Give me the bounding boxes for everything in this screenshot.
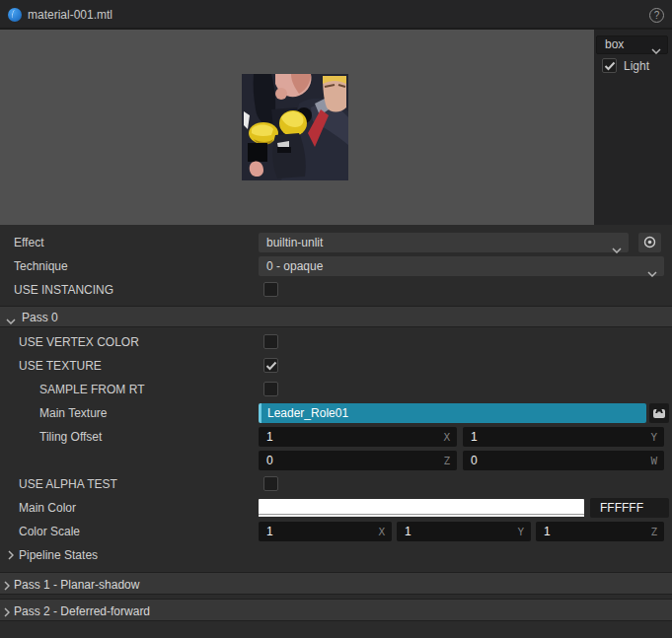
tiling-offset-x-input[interactable]: 1 X xyxy=(259,427,457,447)
pass1-header[interactable]: Pass 1 - Planar-shadow xyxy=(0,572,672,595)
color-scale-y-input[interactable]: 1 Y xyxy=(397,522,531,541)
use-vertex-color-label: USE VERTEX COLOR xyxy=(19,335,139,349)
material-inspector-panel: material-001.mtl ? xyxy=(0,0,672,638)
row-effect: Effect builtin-unlit xyxy=(0,231,672,254)
pass2-label: Pass 2 - Deferred-forward xyxy=(14,604,150,618)
preview-shape-value: box xyxy=(605,37,624,51)
technique-label: Technique xyxy=(14,259,68,273)
texture-preview-image xyxy=(242,74,348,180)
tiling-offset-label: Tiling Offset xyxy=(39,430,102,444)
use-instancing-label: USE INSTANCING xyxy=(14,283,113,297)
axis-w-label: W xyxy=(650,455,657,467)
tiling-offset-z-value: 0 xyxy=(266,454,273,467)
use-alpha-test-label: USE ALPHA TEST xyxy=(19,477,117,491)
row-tiling-offset-xy: Tiling Offset 1 X 1 Y xyxy=(0,425,672,449)
sample-from-rt-checkbox[interactable] xyxy=(263,382,278,396)
pass2-header[interactable]: Pass 2 - Deferred-forward xyxy=(0,599,672,621)
row-main-color: Main Color FFFFFF xyxy=(0,496,672,520)
pass1-label: Pass 1 - Planar-shadow xyxy=(14,578,139,592)
row-use-alpha-test: USE ALPHA TEST xyxy=(0,472,672,496)
row-technique: Technique 0 - opaque xyxy=(0,254,672,278)
pass0-header[interactable]: Pass 0 xyxy=(0,306,672,327)
asset-lock-button[interactable] xyxy=(649,403,669,423)
row-sample-from-rt: SAMPLE FROM RT xyxy=(0,378,672,401)
help-icon[interactable]: ? xyxy=(649,8,664,23)
use-instancing-checkbox[interactable] xyxy=(263,282,278,297)
row-use-texture: USE TEXTURE xyxy=(0,354,672,378)
axis-z-label: Z xyxy=(650,526,657,538)
asset-lock-icon xyxy=(652,406,666,420)
chevron-right-icon xyxy=(8,549,14,563)
main-color-swatch[interactable] xyxy=(259,499,584,517)
use-alpha-test-checkbox[interactable] xyxy=(263,476,278,491)
use-texture-label: USE TEXTURE xyxy=(19,359,102,373)
pass0-label: Pass 0 xyxy=(22,311,58,324)
axis-x-label: X xyxy=(443,431,450,444)
effect-value: builtin-unlit xyxy=(266,236,323,249)
use-texture-checkbox[interactable] xyxy=(263,358,278,373)
chevron-right-icon xyxy=(4,606,10,620)
tiling-offset-z-input[interactable]: 0 Z xyxy=(259,451,457,470)
check-icon xyxy=(604,61,616,71)
locate-effect-button[interactable] xyxy=(638,233,661,252)
chevron-right-icon xyxy=(4,580,10,594)
axis-x-label: X xyxy=(378,526,385,538)
pipeline-states-label: Pipeline States xyxy=(19,548,98,562)
row-pipeline-states[interactable]: Pipeline States xyxy=(0,543,672,567)
material-asset-icon xyxy=(8,8,22,22)
preview-section: box Light xyxy=(0,30,672,225)
window-title: material-001.mtl xyxy=(28,8,112,22)
alpha-strip xyxy=(259,514,584,517)
effect-dropdown[interactable]: builtin-unlit xyxy=(259,233,629,252)
tiling-offset-w-input[interactable]: 0 W xyxy=(463,451,664,470)
axis-z-label: Z xyxy=(443,455,450,467)
color-scale-z-value: 1 xyxy=(544,525,551,538)
color-scale-x-value: 1 xyxy=(266,525,273,538)
chevron-down-icon xyxy=(6,314,16,327)
technique-dropdown[interactable]: 0 - opaque xyxy=(259,256,664,276)
main-texture-asset-field[interactable]: Leader_Role01 xyxy=(259,403,646,423)
row-color-scale: Color Scale 1 X 1 Y 1 Z xyxy=(0,520,672,543)
main-texture-label: Main Texture xyxy=(39,406,107,420)
preview-shape-select[interactable]: box xyxy=(596,35,668,54)
sample-from-rt-label: SAMPLE FROM RT xyxy=(39,383,144,396)
use-vertex-color-checkbox[interactable] xyxy=(263,334,278,349)
main-color-hex-value: FFFFFF xyxy=(600,501,643,515)
titlebar: material-001.mtl ? xyxy=(0,0,672,30)
row-use-instancing: USE INSTANCING xyxy=(0,278,672,302)
axis-y-label: Y xyxy=(650,431,657,444)
tiling-offset-y-value: 1 xyxy=(471,430,478,444)
preview-viewport[interactable] xyxy=(0,30,594,225)
row-tiling-offset-zw: 0 Z 0 W xyxy=(0,449,672,472)
check-icon xyxy=(265,361,277,371)
color-scale-z-input[interactable]: 1 Z xyxy=(536,522,664,541)
chevron-down-icon xyxy=(651,42,661,59)
main-texture-value: Leader_Role01 xyxy=(267,406,348,420)
preview-sidebar: box Light xyxy=(594,30,672,225)
color-scale-y-value: 1 xyxy=(405,525,411,538)
tiling-offset-w-value: 0 xyxy=(471,454,478,467)
row-use-vertex-color: USE VERTEX COLOR xyxy=(0,330,672,354)
tiling-offset-y-input[interactable]: 1 Y xyxy=(463,427,664,447)
technique-value: 0 - opaque xyxy=(266,259,323,273)
light-label: Light xyxy=(624,59,649,73)
light-checkbox[interactable] xyxy=(602,58,617,73)
main-color-hex-input[interactable]: FFFFFF xyxy=(590,498,669,518)
color-scale-x-input[interactable]: 1 X xyxy=(259,522,392,541)
color-scale-label: Color Scale xyxy=(19,525,80,538)
effect-label: Effect xyxy=(14,236,43,249)
property-list: Effect builtin-unlit Technique 0 - opaqu… xyxy=(0,228,672,621)
main-color-label: Main Color xyxy=(19,501,76,515)
row-main-texture: Main Texture Leader_Role01 xyxy=(0,401,672,425)
target-icon xyxy=(643,236,656,248)
tiling-offset-x-value: 1 xyxy=(266,430,273,444)
axis-y-label: Y xyxy=(517,526,524,538)
